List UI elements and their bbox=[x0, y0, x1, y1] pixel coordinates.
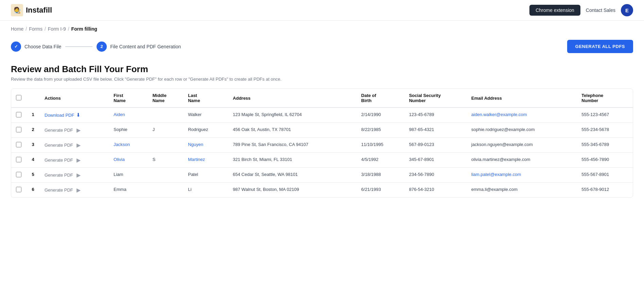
ssn-cell: 987-65-4321 bbox=[404, 123, 467, 138]
generate-pdf-button[interactable]: Generate PDF bbox=[45, 173, 73, 178]
contact-sales-button[interactable]: Contact Sales bbox=[586, 7, 615, 13]
table-row: 3Generate PDF▶JacksonNguyen789 Pine St, … bbox=[11, 138, 633, 153]
data-table: Actions FirstName MiddleName LastName Ad… bbox=[11, 89, 633, 197]
generate-pdf-button[interactable]: Generate PDF bbox=[45, 158, 73, 163]
header-actions: Actions bbox=[40, 89, 109, 108]
dob-cell: 11/10/1995 bbox=[356, 138, 404, 153]
middle-name-cell: S bbox=[148, 153, 183, 168]
chrome-extension-button[interactable]: Chrome extension bbox=[529, 5, 580, 16]
table-row: 4Generate PDF▶OliviaSMartinez321 Birch S… bbox=[11, 153, 633, 168]
logo-text: Instafill bbox=[26, 6, 52, 15]
step-1-label: Choose Data File bbox=[24, 44, 61, 49]
action-cell: Generate PDF▶ bbox=[40, 168, 109, 183]
last-name-cell: Martinez bbox=[183, 153, 228, 168]
dob-cell: 2/14/1990 bbox=[356, 108, 404, 123]
generate-pdf-button[interactable]: Generate PDF bbox=[45, 143, 73, 148]
breadcrumb: Home / Forms / Form I-9 / Form filling bbox=[0, 21, 644, 34]
action-cell: Generate PDF▶ bbox=[40, 153, 109, 168]
phone-cell: 555-678-9012 bbox=[577, 183, 633, 198]
avatar[interactable]: E bbox=[621, 4, 633, 16]
first-name-cell: Liam bbox=[109, 168, 148, 183]
header-address: Address bbox=[228, 89, 356, 108]
ssn-cell: 567-89-0123 bbox=[404, 138, 467, 153]
address-cell: 456 Oak St, Austin, TX 78701 bbox=[228, 123, 356, 138]
email-cell: olivia.martinez@example.com bbox=[467, 153, 577, 168]
dob-cell: 6/21/1993 bbox=[356, 183, 404, 198]
row-number: 3 bbox=[26, 138, 40, 153]
last-name-cell: Rodriguez bbox=[183, 123, 228, 138]
select-all-checkbox[interactable] bbox=[16, 95, 21, 100]
breadcrumb-forms[interactable]: Forms bbox=[29, 26, 43, 32]
stepper: ✓ Choose Data File 2 File Content and PD… bbox=[11, 42, 181, 52]
step-line bbox=[65, 46, 92, 47]
row-5-checkbox[interactable] bbox=[16, 172, 21, 177]
address-cell: 123 Maple St, Springfield, IL 62704 bbox=[228, 108, 356, 123]
download-pdf-button[interactable]: Download PDF ⬇ bbox=[45, 112, 81, 118]
table-row: 1Download PDF ⬇AidenWalker123 Maple St, … bbox=[11, 108, 633, 123]
first-name-cell: Sophie bbox=[109, 123, 148, 138]
step-1-circle: ✓ bbox=[11, 42, 21, 52]
email-cell: emma.li@example.com bbox=[467, 183, 577, 198]
breadcrumb-sep-1: / bbox=[26, 26, 27, 32]
table-header-row: Actions FirstName MiddleName LastName Ad… bbox=[11, 89, 633, 108]
row-checkbox-cell bbox=[11, 138, 26, 153]
row-1-checkbox[interactable] bbox=[16, 112, 21, 117]
play-icon[interactable]: ▶ bbox=[77, 127, 81, 133]
breadcrumb-sep-2: / bbox=[45, 26, 46, 32]
dob-cell: 8/22/1985 bbox=[356, 123, 404, 138]
last-name-cell: Nguyen bbox=[183, 138, 228, 153]
dob-cell: 3/18/1988 bbox=[356, 168, 404, 183]
row-2-checkbox[interactable] bbox=[16, 127, 21, 132]
breadcrumb-current: Form filling bbox=[71, 26, 97, 32]
email-cell: sophie.rodriguez@example.com bbox=[467, 123, 577, 138]
email-cell: jackson.nguyen@example.com bbox=[467, 138, 577, 153]
play-icon[interactable]: ▶ bbox=[77, 142, 81, 148]
last-name-cell: Walker bbox=[183, 108, 228, 123]
header-first-name: FirstName bbox=[109, 89, 148, 108]
logo-icon: 🧑‍🎨 bbox=[11, 4, 23, 16]
row-6-checkbox[interactable] bbox=[16, 187, 21, 192]
table-wrapper: Actions FirstName MiddleName LastName Ad… bbox=[11, 88, 633, 198]
stepper-row: ✓ Choose Data File 2 File Content and PD… bbox=[0, 34, 644, 56]
phone-cell: 555-234-5678 bbox=[577, 123, 633, 138]
generate-pdf-button[interactable]: Generate PDF bbox=[45, 187, 73, 193]
address-cell: 321 Birch St, Miami, FL 33101 bbox=[228, 153, 356, 168]
action-cell: Download PDF ⬇ bbox=[40, 108, 109, 123]
breadcrumb-form-i9[interactable]: Form I-9 bbox=[48, 26, 66, 32]
play-icon[interactable]: ▶ bbox=[77, 172, 81, 178]
page-title: Review and Batch Fill Your Form bbox=[11, 64, 633, 75]
table-row: 6Generate PDF▶EmmaLi987 Walnut St, Bosto… bbox=[11, 183, 633, 198]
phone-cell: 555-567-8901 bbox=[577, 168, 633, 183]
phone-cell: 555-456-7890 bbox=[577, 153, 633, 168]
generate-all-button[interactable]: GENERATE ALL PDFs bbox=[567, 40, 633, 53]
middle-name-cell bbox=[148, 108, 183, 123]
ssn-cell: 234-56-7890 bbox=[404, 168, 467, 183]
middle-name-cell: J bbox=[148, 123, 183, 138]
header-email: Email Address bbox=[467, 89, 577, 108]
generate-pdf-button[interactable]: Generate PDF bbox=[45, 128, 73, 133]
page-subtitle: Review the data from your uploaded CSV f… bbox=[11, 77, 633, 82]
ssn-cell: 345-67-8901 bbox=[404, 153, 467, 168]
action-cell: Generate PDF▶ bbox=[40, 183, 109, 198]
email-cell: aiden.walker@example.com bbox=[467, 108, 577, 123]
section-heading: Review and Batch Fill Your Form Review t… bbox=[0, 56, 644, 83]
row-number: 6 bbox=[26, 183, 40, 198]
play-icon[interactable]: ▶ bbox=[77, 157, 81, 163]
last-name-cell: Li bbox=[183, 183, 228, 198]
header-last-name: LastName bbox=[183, 89, 228, 108]
step-2-circle: 2 bbox=[97, 42, 107, 52]
ssn-cell: 123-45-6789 bbox=[404, 108, 467, 123]
address-cell: 789 Pine St, San Francisco, CA 94107 bbox=[228, 138, 356, 153]
header-dob: Date ofBirth bbox=[356, 89, 404, 108]
breadcrumb-home[interactable]: Home bbox=[11, 26, 23, 32]
table-row: 5Generate PDF▶LiamPatel654 Cedar St, Sea… bbox=[11, 168, 633, 183]
row-number: 1 bbox=[26, 108, 40, 123]
email-cell: liam.patel@example.com bbox=[467, 168, 577, 183]
row-4-checkbox[interactable] bbox=[16, 157, 21, 162]
step-1: ✓ Choose Data File bbox=[11, 42, 61, 52]
first-name-cell: Olivia bbox=[109, 153, 148, 168]
table-container: Actions FirstName MiddleName LastName Ad… bbox=[0, 83, 644, 198]
row-3-checkbox[interactable] bbox=[16, 142, 21, 147]
play-icon[interactable]: ▶ bbox=[77, 187, 81, 193]
address-cell: 654 Cedar St, Seattle, WA 98101 bbox=[228, 168, 356, 183]
